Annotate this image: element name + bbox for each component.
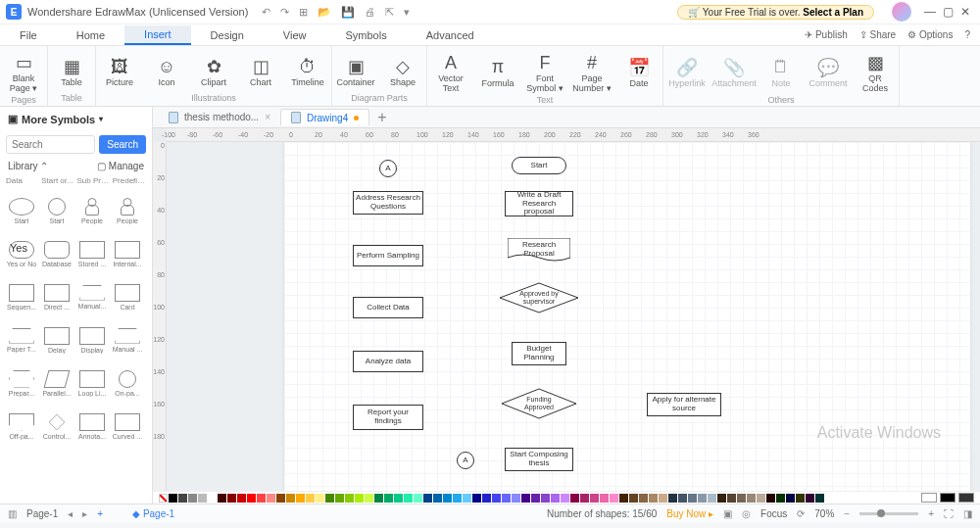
color-swatch[interactable] [247,494,256,503]
color-swatch[interactable] [561,494,569,503]
color-swatch[interactable] [365,494,373,503]
flowchart-shape[interactable]: Collect Data [353,297,423,318]
color-swatch[interactable] [600,494,609,503]
ribbon-shape[interactable]: ◇Shape [379,48,426,92]
color-swatch[interactable] [433,494,442,503]
color-swatch[interactable] [463,494,471,503]
color-swatch[interactable] [757,494,765,503]
color-swatch[interactable] [355,494,364,503]
flowchart-shape[interactable]: A [457,452,474,469]
shape-manual[interactable]: Manual... [74,275,110,318]
color-swatch[interactable] [276,494,285,503]
color-swatch[interactable] [698,494,707,503]
shape-yesorno[interactable]: YesYes or No [4,232,39,275]
shape-display[interactable]: Display [74,318,110,361]
color-swatch[interactable] [717,494,726,503]
color-swatch[interactable] [306,494,315,503]
prev-page-icon[interactable]: ◂ [68,508,73,519]
doc-tab[interactable]: Drawing4 [280,109,369,125]
color-swatch[interactable] [747,494,756,503]
library-toggle[interactable]: Library ⌃ [8,161,48,171]
category-tab[interactable]: Predefin... [113,176,146,185]
symbol-search-button[interactable]: Search [99,135,146,154]
shape-parallel[interactable]: Parallel... [39,361,74,405]
flowchart-shape[interactable]: Budget Planning [512,342,566,365]
color-swatch[interactable] [629,494,638,503]
color-swatch[interactable] [639,494,648,503]
color-swatch[interactable] [659,494,667,503]
color-swatch[interactable] [374,494,383,503]
color-swatch[interactable] [815,494,824,503]
ribbon-vector[interactable]: AVectorText [427,48,474,94]
fit-icon[interactable]: ▣ [723,508,732,519]
shape-annota[interactable]: Annota... [74,405,110,448]
color-swatch[interactable] [237,494,246,503]
symbols-header[interactable]: ▣ More Symbols▾ [0,107,152,131]
flowchart-shape[interactable]: Research Proposal [508,238,570,262]
color-swatch[interactable] [551,494,560,503]
color-swatch[interactable] [423,494,432,503]
color-swatch[interactable] [531,494,540,503]
shape-prepar[interactable]: Prepar... [4,361,39,405]
maximize-icon[interactable]: ▢ [939,5,956,19]
color-swatch[interactable] [668,494,677,503]
open-icon[interactable]: 📂 [318,6,331,19]
color-swatch[interactable] [345,494,354,503]
save-icon[interactable]: 💾 [341,6,355,19]
more-icon[interactable]: ▾ [404,6,410,19]
flowchart-shape[interactable]: Analyze data [353,351,423,372]
add-tab-icon[interactable]: + [369,109,394,126]
page-list-icon[interactable]: ▥ [8,508,17,519]
zoom-slider[interactable] [859,512,918,515]
color-swatch[interactable] [619,494,628,503]
flowchart-shape[interactable]: Report your findings [353,405,423,430]
shape-internal[interactable]: Internal... [110,232,145,275]
flowchart-shape[interactable]: Write a Draft Research proposal [505,191,573,216]
next-page-icon[interactable]: ▸ [82,508,87,519]
shape-start[interactable]: Start [4,189,39,232]
color-swatch[interactable] [766,494,775,503]
symbol-search-input[interactable] [6,135,95,154]
color-swatch[interactable] [188,494,197,503]
color-swatch[interactable] [404,494,413,503]
shape-sequen[interactable]: Sequen... [4,275,39,318]
color-swatch[interactable] [227,494,236,503]
shape-delay[interactable]: Delay [39,318,74,361]
ribbon-page[interactable]: #PageNumber ▾ [568,48,615,94]
color-swatch[interactable] [649,494,658,503]
color-swatch[interactable] [580,494,589,503]
menu-right-help[interactable]: ? [964,29,970,40]
ribbon-picture[interactable]: 🖼Picture [96,48,143,92]
ribbon-icon[interactable]: ☺Icon [143,48,190,92]
color-swatch[interactable] [414,494,422,503]
ribbon-timeline[interactable]: ⏱Timeline [284,48,331,92]
color-swatch[interactable] [776,494,785,503]
menu-insert[interactable]: Insert [124,25,191,45]
color-picker[interactable] [940,493,956,503]
zoom-out-icon[interactable]: − [844,508,850,519]
menu-symbols[interactable]: Symbols [326,26,407,44]
menu-file[interactable]: File [0,26,57,44]
ribbon-container[interactable]: ▣Container [332,48,379,92]
menu-view[interactable]: View [264,26,326,44]
color-swatch[interactable] [443,494,452,503]
color-swatch[interactable] [267,494,275,503]
ribbon-clipart[interactable]: ✿Clipart [190,48,237,92]
color-swatch[interactable] [472,494,481,503]
trial-banner[interactable]: 🛒 Your Free Trial is over. Select a Plan [677,5,874,20]
add-page-icon[interactable]: + [97,508,103,519]
category-tab[interactable]: Data [6,176,39,185]
menu-design[interactable]: Design [191,26,264,44]
ribbon-chart[interactable]: ◫Chart [237,48,284,92]
page-indicator[interactable]: ◆ Page-1 [132,508,174,519]
color-swatch[interactable] [737,494,746,503]
color-picker[interactable] [958,493,974,503]
redo-icon[interactable]: ↷ [280,6,289,19]
color-swatch[interactable] [316,494,324,503]
color-swatch[interactable] [502,494,511,503]
color-swatch[interactable] [169,494,177,503]
shape-loopli[interactable]: Loop Li... [74,361,110,405]
menu-right-options[interactable]: ⚙ Options [907,29,953,40]
color-swatch[interactable] [512,494,520,503]
color-swatch[interactable] [198,494,207,503]
